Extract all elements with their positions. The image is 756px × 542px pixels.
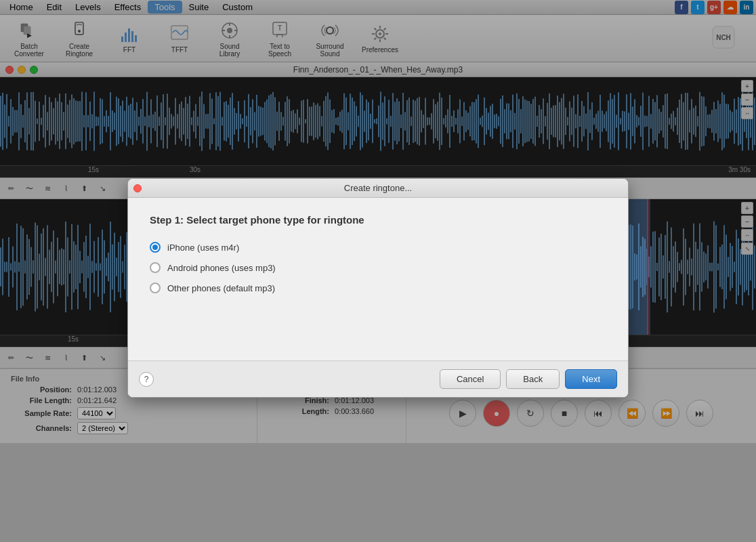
radio-other[interactable]: Other phones (default mp3) <box>150 283 606 293</box>
radio-other-circle[interactable] <box>150 283 161 293</box>
modal-titlebar: Create ringtone... <box>128 179 628 198</box>
modal-overlay: Create ringtone... Step 1: Select target… <box>0 0 756 542</box>
modal-title: Create ringtone... <box>344 183 412 193</box>
modal-footer: ? Cancel Back Next <box>128 360 628 397</box>
next-button[interactable]: Next <box>565 369 617 389</box>
modal-content: Step 1: Select target phone type for rin… <box>128 198 628 360</box>
modal-close-button[interactable] <box>133 184 142 192</box>
help-button[interactable]: ? <box>139 372 154 387</box>
radio-iphone-label: iPhone (uses m4r) <box>167 243 239 253</box>
modal-step-text: Step 1: Select target phone type for rin… <box>150 214 606 226</box>
radio-iphone[interactable]: iPhone (uses m4r) <box>150 242 606 253</box>
cancel-button[interactable]: Cancel <box>440 369 501 389</box>
back-button[interactable]: Back <box>506 369 560 389</box>
radio-iphone-circle[interactable] <box>150 242 161 253</box>
radio-android-label: Android phones (uses mp3) <box>167 263 276 273</box>
modal-traffic-lights <box>133 184 142 192</box>
radio-android[interactable]: Android phones (uses mp3) <box>150 262 606 273</box>
modal-dialog: Create ringtone... Step 1: Select target… <box>127 178 629 398</box>
radio-other-label: Other phones (default mp3) <box>167 283 275 293</box>
radio-android-circle[interactable] <box>150 262 161 273</box>
